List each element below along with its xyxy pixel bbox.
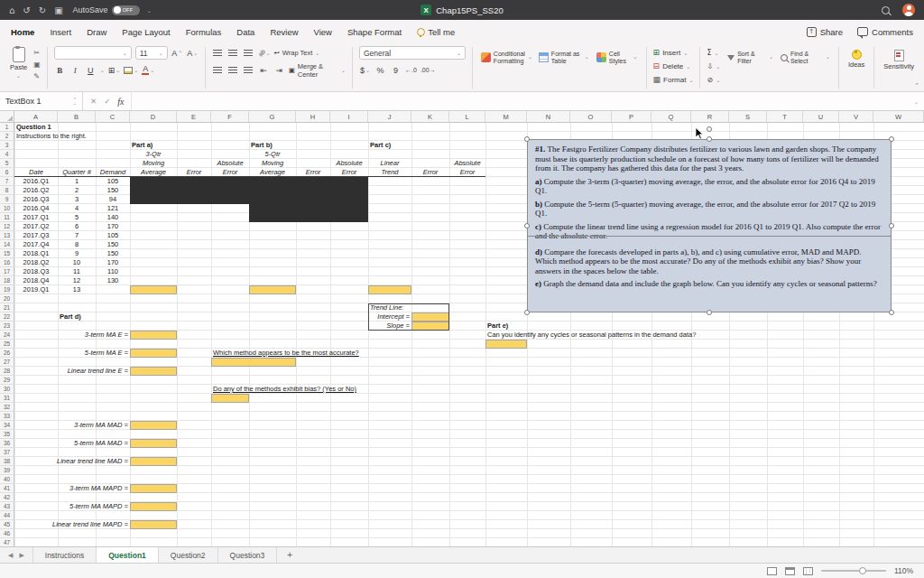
column-header-S[interactable]: S [729, 111, 767, 122]
column-header-K[interactable]: K [411, 111, 449, 122]
decrease-font-size-button[interactable]: A⌄ [187, 46, 199, 60]
cell-B9[interactable]: 3 [58, 195, 96, 204]
format-painter-icon[interactable]: ✎ [33, 71, 41, 81]
row-header-10[interactable]: 10 [0, 204, 14, 213]
cell-C12[interactable]: 170 [96, 222, 130, 231]
cell-D3[interactable]: Part a) [130, 141, 177, 150]
cell-A10[interactable]: 2016.Q4 [14, 204, 58, 213]
zoom-slider-knob[interactable] [859, 567, 866, 574]
font-size-select[interactable]: 11⌄ [135, 46, 168, 60]
ribbon-tab-page-layout[interactable]: Page Layout [122, 27, 170, 37]
instructions-textbox[interactable]: #1. The Fastgro Fertilizer Company distr… [527, 139, 892, 312]
cell-G3[interactable]: Part b) [249, 141, 296, 150]
answer-cell-F27[interactable] [211, 358, 296, 367]
cell-B10[interactable]: 4 [58, 204, 96, 213]
text-orientation-button[interactable]: ab⌄ [258, 46, 271, 60]
answer-cell-D45[interactable] [130, 520, 177, 529]
row-header-11[interactable]: 11 [0, 213, 14, 222]
selection-handle[interactable] [524, 310, 530, 315]
row-header-12[interactable]: 12 [0, 222, 14, 231]
cell-A24[interactable]: 3-term MA E = [14, 331, 130, 340]
autosave-switch[interactable]: OFF [112, 5, 140, 15]
answer-cell-G19[interactable] [249, 285, 296, 294]
name-box[interactable]: TextBox 1 ⌃⌄ [0, 92, 83, 110]
column-header-Q[interactable]: Q [651, 111, 691, 122]
selection-handle[interactable] [889, 223, 894, 228]
cell-D4[interactable]: 3-Qtr [130, 150, 177, 159]
cell-A7[interactable]: 2016.Q1 [14, 177, 58, 186]
column-header-W[interactable]: W [873, 111, 924, 122]
name-box-stepper[interactable]: ⌃⌄ [73, 98, 77, 106]
ribbon-tab-review[interactable]: Review [270, 27, 298, 37]
cell-G6[interactable]: Average [249, 168, 296, 177]
align-center-button[interactable] [227, 46, 239, 60]
page-layout-view-icon[interactable] [785, 567, 795, 575]
autosum-button[interactable]: Σ⌄ [707, 46, 720, 59]
row-header-35[interactable]: 35 [0, 430, 14, 439]
cell-J3[interactable]: Part c) [368, 141, 411, 150]
row-header-16[interactable]: 16 [0, 258, 14, 267]
column-header-P[interactable]: P [612, 111, 651, 122]
answer-cell-D41[interactable] [130, 484, 177, 493]
row-header-13[interactable]: 13 [0, 231, 14, 240]
cell-A14[interactable]: 2017.Q4 [14, 240, 58, 249]
normal-view-icon[interactable] [767, 567, 777, 575]
number-format-select[interactable]: General⌄ [359, 46, 466, 60]
row-header-44[interactable]: 44 [0, 511, 14, 520]
cell-B13[interactable]: 7 [58, 231, 96, 240]
font-color-button[interactable]: A⌄ [142, 63, 154, 77]
cell-B15[interactable]: 9 [58, 249, 96, 258]
answer-cell-D34[interactable] [130, 421, 177, 430]
decrease-indent-button[interactable]: ⇤ [258, 63, 270, 77]
row-header-7[interactable]: 7 [0, 177, 14, 186]
answer-cell-D28[interactable] [130, 367, 177, 376]
cell-B19[interactable]: 13 [58, 285, 96, 294]
cell-F6[interactable]: Error [211, 168, 249, 177]
row-header-23[interactable]: 23 [0, 322, 14, 331]
bold-button[interactable]: B [54, 63, 66, 77]
sensitivity-button[interactable]: Sensitivity [881, 46, 917, 71]
cell-M24[interactable]: Can you identify any cycles or seasonal … [485, 331, 803, 340]
fill-color-button[interactable]: ⌄ [124, 63, 138, 77]
cell-C10[interactable]: 121 [96, 204, 130, 213]
merge-center-button[interactable]: ▣Merge & Center⌄ [289, 63, 346, 77]
cell-B12[interactable]: 6 [58, 222, 96, 231]
align-right-button[interactable] [243, 46, 254, 60]
delete-cells-button[interactable]: ⊟Delete⌄ [653, 60, 694, 72]
answer-cell-D24[interactable] [130, 331, 177, 340]
cell-A15[interactable]: 2018.Q1 [14, 249, 58, 258]
answer-cell-D26[interactable] [130, 349, 177, 358]
cell-B11[interactable]: 5 [58, 213, 96, 222]
row-header-29[interactable]: 29 [0, 376, 14, 385]
cell-A19[interactable]: 2019.Q1 [14, 285, 58, 294]
increase-indent-button[interactable]: ⇥ [273, 63, 285, 77]
cell-H6[interactable]: Error [296, 168, 330, 177]
selection-handle[interactable] [889, 310, 894, 315]
conditional-formatting-button[interactable]: Conditional Formatting⌄ [479, 49, 533, 66]
ribbon-tab-view[interactable]: View [314, 27, 332, 37]
borders-button[interactable]: ⊞⌄ [108, 63, 121, 77]
row-header-31[interactable]: 31 [0, 394, 14, 403]
cell-styles-button[interactable]: Cell Styles⌄ [595, 49, 640, 66]
ribbon-collapse-icon[interactable]: ⌃ [914, 82, 919, 89]
cell-B22[interactable]: Part d) [58, 312, 96, 322]
home-icon[interactable]: ⌂ [9, 5, 14, 15]
row-header-26[interactable]: 26 [0, 349, 14, 358]
selection-handle[interactable] [524, 136, 530, 142]
underline-button[interactable]: U [85, 63, 97, 77]
column-header-D[interactable]: D [130, 111, 177, 122]
column-header-M[interactable]: M [485, 111, 527, 122]
cell-A38[interactable]: Linear trend line MAD = [14, 457, 130, 466]
cell-A13[interactable]: 2017.Q3 [14, 231, 58, 240]
increase-decimal-button[interactable]: .00→ [420, 63, 436, 77]
row-header-41[interactable]: 41 [0, 484, 14, 493]
answer-cell-M25[interactable] [485, 340, 527, 349]
ribbon-tab-home[interactable]: Home [11, 27, 34, 37]
cell-M23[interactable]: Part e) [485, 322, 527, 331]
autosave-toggle[interactable]: AutoSave OFF ⌄ [73, 5, 152, 15]
row-header-28[interactable]: 28 [0, 367, 14, 376]
cell-J6[interactable]: Trend [368, 168, 411, 177]
cell-A8[interactable]: 2016.Q2 [14, 186, 58, 195]
column-header-R[interactable]: R [691, 111, 729, 122]
row-header-8[interactable]: 8 [0, 186, 14, 195]
